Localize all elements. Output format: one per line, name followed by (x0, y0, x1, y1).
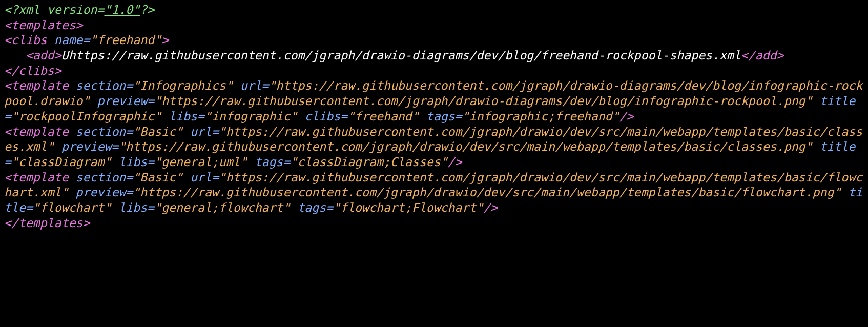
templates-open-tag: <templates> (4, 18, 83, 32)
xml-declaration: <?xml version="1.0"?> (4, 3, 154, 16)
templates-close-tag: </templates> (4, 216, 90, 230)
clibs-close-tag: </clibs> (4, 64, 61, 77)
template-row: <template section="Basic" url="https://r… (4, 125, 862, 169)
clibs-open-tag: <clibs name="freehand"> (4, 33, 169, 47)
xml-code-block: <?xml version="1.0"?> <templates> <clibs… (0, 0, 868, 232)
add-text: Uhttps://raw.githubusercontent.com/jgrap… (61, 48, 741, 62)
template-row: <template section="Infographics" url="ht… (4, 78, 862, 122)
template-row: <template section="Basic" url="https://r… (4, 170, 862, 214)
add-open-tag: <add> (26, 48, 61, 62)
add-close-tag: </add> (741, 48, 784, 62)
